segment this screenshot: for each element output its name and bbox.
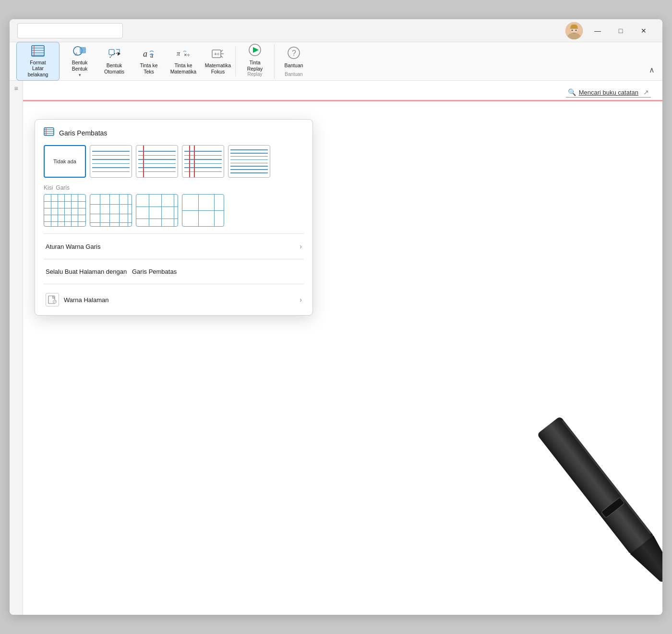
page-icon-svg: [48, 295, 57, 304]
notebook-area: 🔍 Mencari buku catatan ↗: [23, 81, 662, 615]
minimize-button[interactable]: —: [587, 23, 609, 38]
bentuk-otomatis-button[interactable]: Bentuk Otomatis: [99, 46, 130, 76]
line-h: [92, 155, 130, 156]
svg-text:×÷: ×÷: [184, 52, 190, 58]
line-h: [184, 163, 222, 164]
tinta-replay-label: TintaReplay: [247, 60, 263, 72]
line-h: [138, 163, 176, 164]
line-h: [230, 169, 268, 170]
ribbon-section-bentuk: Bentuk Bentuk ▾: [62, 43, 97, 79]
line-h: [184, 171, 222, 172]
search-text: Mencari buku catatan: [579, 89, 638, 96]
svg-marker-38: [660, 572, 662, 587]
line-style-lines-narrow[interactable]: [228, 145, 270, 178]
grid-line-v: [198, 195, 199, 226]
grid-line-v: [71, 195, 72, 226]
line-style-lines[interactable]: [90, 145, 132, 178]
title-search-box[interactable]: [17, 23, 123, 38]
bantuan-button[interactable]: ? Bantuan: [278, 44, 309, 71]
math-focus-button[interactable]: +÷ Matematika Fokus: [203, 46, 233, 76]
tinta-teks-button[interactable]: a a Tinta ke Teks: [133, 46, 164, 76]
svg-marker-37: [630, 536, 662, 585]
grid-line-v: [128, 195, 128, 226]
close-button[interactable]: ✕: [633, 23, 655, 38]
dropdown-header-label: Garis Pembatas: [59, 129, 107, 137]
title-bar: — □ ✕: [10, 19, 662, 42]
stylus-svg: [500, 374, 662, 615]
line-h: [230, 153, 268, 154]
grid-line-v: [149, 195, 149, 226]
dropdown-panel: Garis Pembatas Tidak ada: [35, 119, 313, 316]
grid-icon: [44, 127, 54, 138]
svg-text:π: π: [177, 50, 180, 57]
line-style-tidak-ada[interactable]: Tidak ada: [44, 145, 86, 178]
svg-text:+÷: +÷: [214, 51, 220, 57]
aturan-warna-garis-item[interactable]: Aturan Warna Garis ›: [44, 238, 304, 255]
title-bar-left: [17, 23, 123, 38]
grid-small[interactable]: [44, 194, 86, 227]
format-label: FormatLatar belakang: [22, 60, 54, 78]
line-h: [184, 155, 222, 156]
tinta-replay-icon: [247, 43, 263, 59]
grid-line-v: [58, 195, 58, 226]
line-h: [230, 156, 268, 157]
selalu-buat-label: Selalu Buat Halaman dengan Garis Pembata…: [46, 268, 177, 275]
line-h: [184, 167, 222, 168]
ribbon-section-format: FormatLatar belakang: [13, 42, 62, 81]
stylus-illustration: [500, 374, 662, 615]
ribbon-section-math-focus: +÷ Matematika Fokus: [201, 46, 236, 76]
dropdown-divider: [44, 233, 304, 234]
grid-inner: [90, 195, 132, 226]
grid-section-labels: Kisi Garis: [44, 184, 304, 191]
grid-large[interactable]: [136, 194, 178, 227]
search-icon: 🔍: [568, 88, 576, 96]
selalu-buat-item[interactable]: Selalu Buat Halaman dengan Garis Pembata…: [44, 263, 304, 280]
line-h: [138, 159, 176, 160]
sidebar-menu-icon[interactable]: ≡: [14, 85, 18, 92]
ribbon-section-bentuk-otomatis: Bentuk Otomatis: [97, 46, 132, 76]
bentuk-otomatis-label: Bentuk Otomatis: [100, 62, 129, 74]
warna-chevron-icon: ›: [300, 296, 302, 304]
grid-sparse[interactable]: [182, 194, 224, 227]
grid-line-h: [136, 207, 178, 207]
avatar[interactable]: [565, 22, 583, 39]
red-left-line: [189, 146, 190, 177]
grid-line-v: [109, 195, 110, 226]
tinta-math-button[interactable]: π ×÷ Tinta ke Matematika: [168, 46, 199, 76]
warna-halaman-item[interactable]: Warna Halaman ›: [44, 288, 304, 311]
page-color-icon: [46, 293, 59, 306]
tinta-replay-button[interactable]: TintaReplay: [240, 44, 270, 72]
line-style-row: Tidak ada: [44, 145, 304, 178]
tinta-teks-svg: a a: [142, 48, 156, 60]
help-svg: ?: [287, 46, 301, 60]
grid-line-h: [136, 219, 178, 219]
sidebar-left: ≡: [10, 81, 23, 615]
tinta-teks-icon: a a: [142, 48, 156, 61]
format-latar-belakang-button[interactable]: FormatLatar belakang: [16, 42, 60, 81]
svg-point-3: [572, 29, 573, 31]
notebook-red-line: [23, 100, 662, 101]
ribbon-collapse-button[interactable]: ∧: [645, 63, 659, 76]
grid-line-v: [161, 195, 162, 226]
window-controls: — □ ✕: [587, 23, 655, 38]
line-h: [138, 151, 176, 152]
line-style-lines-red-both[interactable]: [182, 145, 224, 178]
bantuan-section-label: Bantuan: [285, 72, 302, 77]
ribbon: FormatLatar belakang Bentuk Bentuk ▾: [10, 42, 662, 81]
expand-icon[interactable]: ↗: [643, 88, 649, 96]
maximize-button[interactable]: □: [610, 23, 632, 38]
line-style-lines-red-left[interactable]: [136, 145, 178, 178]
line-h: [230, 172, 268, 173]
red-vertical-line: [143, 146, 144, 177]
tinta-math-svg: π ×÷: [177, 48, 190, 60]
bentuk-bentuk-button[interactable]: Bentuk Bentuk ▾: [64, 43, 95, 79]
grid-medium[interactable]: [90, 194, 132, 227]
line-h: [230, 166, 268, 167]
grid-line-v: [119, 195, 120, 226]
grid-line-v: [214, 195, 215, 226]
format-icon: [31, 45, 45, 59]
grid-line-h: [182, 210, 224, 211]
search-bar[interactable]: 🔍 Mencari buku catatan ↗: [566, 87, 651, 98]
tidak-ada-label: Tidak ada: [53, 158, 76, 164]
grid-line-v: [64, 195, 65, 226]
